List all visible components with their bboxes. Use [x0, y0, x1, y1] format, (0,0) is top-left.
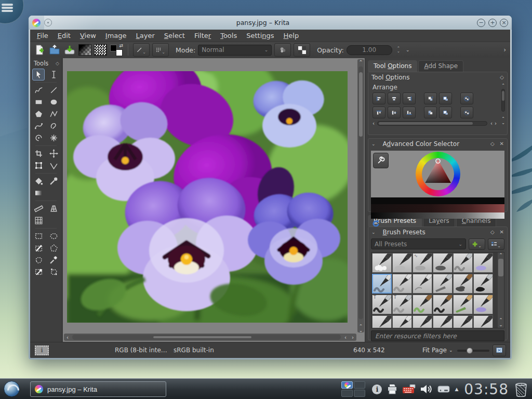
canvas-hscrollbar[interactable]: ‹ ‹ › — [64, 334, 356, 341]
color-bar-black[interactable] — [371, 197, 504, 204]
tool-options-hscrollbar[interactable] — [377, 121, 487, 126]
tool-color-picker-icon[interactable] — [47, 175, 60, 187]
zoom-mode-combo[interactable]: Fit Page ⌄ — [422, 347, 453, 354]
pager-desktop-3[interactable] — [341, 390, 353, 397]
resource-filter-input[interactable] — [371, 330, 504, 341]
color-settings-button[interactable] — [373, 153, 389, 168]
tool-options-vscrollbar[interactable]: ⌃ ⌃⌄ — [501, 84, 506, 125]
open-document-icon[interactable] — [48, 44, 61, 56]
opacity-dropdown-icon[interactable]: ⌄ — [406, 47, 410, 52]
align-bottom-button[interactable] — [403, 107, 416, 118]
info-icon[interactable]: i — [372, 384, 382, 394]
menu-filter[interactable]: Filter — [190, 30, 216, 41]
zoom-slider[interactable] — [457, 350, 489, 352]
brush-preset-2[interactable] — [392, 253, 412, 273]
clock[interactable]: 03:58 — [464, 381, 509, 398]
brush-preset-9[interactable] — [413, 274, 432, 294]
tool-contiguous-select-icon[interactable] — [32, 254, 45, 266]
desktop-pager[interactable] — [341, 381, 365, 397]
bring-front-button[interactable] — [439, 92, 452, 104]
color-selector-area[interactable] — [371, 151, 504, 197]
menu-image[interactable]: Image — [101, 30, 131, 41]
float-docker-icon[interactable]: ◇ — [490, 141, 495, 147]
preserve-alpha-button[interactable] — [294, 43, 310, 57]
tool-polyline-icon[interactable] — [47, 108, 60, 120]
tool-pick-select-icon[interactable] — [32, 266, 45, 278]
brush-preset-11[interactable] — [453, 274, 473, 294]
tool-select-shapes-icon[interactable] — [32, 69, 45, 81]
hue-ring[interactable] — [416, 152, 460, 196]
tool-freehand-path-icon[interactable] — [47, 120, 60, 132]
pager-desktop-4[interactable] — [354, 390, 365, 397]
send-back-button[interactable] — [439, 107, 452, 118]
brush-preset-16[interactable] — [433, 295, 453, 314]
presets-vscrollbar[interactable]: ⌃ ⌃⌄ — [498, 252, 504, 328]
brush-preset-18[interactable] — [473, 295, 493, 314]
menu-settings[interactable]: Settings — [242, 30, 278, 41]
tool-grid-icon[interactable] — [32, 215, 45, 227]
zoom-slider-knob[interactable] — [467, 348, 473, 354]
brush-preset-21[interactable] — [413, 315, 432, 328]
brush-preset-15[interactable] — [413, 295, 432, 314]
tool-polygon-select-icon[interactable] — [47, 242, 60, 254]
blending-mode-combo[interactable]: Normal ⌄ — [198, 45, 272, 56]
ungroup-button[interactable] — [460, 107, 473, 118]
pin-button[interactable] — [44, 19, 52, 26]
close-docker-icon[interactable]: ✕ — [500, 229, 504, 235]
brush-preset-1[interactable] — [372, 253, 392, 273]
plasma-toolbox[interactable] — [0, 0, 24, 24]
minimize-button[interactable]: − — [477, 19, 485, 27]
tab-tool-options[interactable]: Tool Options — [368, 60, 417, 72]
float-docker-icon[interactable]: ◇ — [500, 74, 504, 80]
tool-gradient-icon[interactable] — [32, 187, 45, 199]
menu-file[interactable]: File — [32, 30, 53, 41]
pager-desktop-1[interactable] — [341, 381, 353, 389]
keyboard-icon[interactable] — [403, 384, 416, 394]
display-mode-button[interactable]: ⌄ — [488, 238, 504, 250]
brush-preset-5[interactable] — [453, 253, 473, 273]
align-left-button[interactable] — [373, 92, 385, 104]
scroll-right-icon[interactable]: › — [349, 335, 356, 340]
preset-filter-combo[interactable]: All Presets ⌄ — [371, 238, 466, 249]
color-bar-gray[interactable] — [371, 212, 504, 219]
device-icon[interactable] — [437, 385, 450, 393]
printer-icon[interactable] — [387, 384, 398, 394]
tool-measure-icon[interactable] — [47, 159, 60, 171]
menu-select[interactable]: Select — [159, 30, 190, 41]
tool-ellipse-select-icon[interactable] — [47, 230, 60, 242]
tab-add-shape[interactable]: Add Shape — [418, 60, 463, 72]
add-preset-button[interactable]: ⌄ — [469, 238, 485, 250]
eraser-mode-button[interactable] — [274, 43, 291, 57]
opacity-spin-arrows[interactable]: ⌃⌄ — [397, 47, 400, 53]
tool-fill-icon[interactable] — [32, 175, 45, 187]
float-docker-icon[interactable]: ◇ — [490, 229, 495, 235]
scroll-left2-icon[interactable]: ‹ — [342, 335, 349, 340]
menu-layer[interactable]: Layer — [131, 30, 159, 41]
brush-preset-24[interactable] — [473, 315, 493, 328]
canvas-vscrollbar[interactable]: ⌃ ⌃⌄ — [357, 59, 364, 332]
scroll-arrows[interactable]: ‹› — [490, 121, 499, 126]
gradient-swatch[interactable] — [78, 44, 91, 56]
brush-preset-6[interactable] — [473, 253, 493, 273]
tool-multibrush-icon[interactable] — [47, 132, 60, 144]
brush-presets-button[interactable]: ⌄ — [152, 43, 169, 57]
background-color[interactable] — [116, 49, 123, 56]
tool-freehand-brush-icon[interactable] — [32, 84, 45, 96]
brush-preset-22[interactable] — [433, 315, 453, 328]
tool-crop-icon[interactable] — [32, 148, 45, 159]
align-vcenter-button[interactable] — [388, 107, 401, 118]
close-docker-icon[interactable]: ✕ — [500, 141, 504, 147]
menu-tools[interactable]: Tools — [216, 30, 242, 41]
tool-rectangle-icon[interactable] — [32, 96, 45, 108]
hscroll-thumb[interactable] — [153, 336, 252, 339]
align-top-button[interactable] — [373, 107, 385, 118]
tool-line-icon[interactable] — [47, 84, 60, 96]
tool-rect-select-icon[interactable] — [32, 230, 45, 242]
color-bar-red[interactable] — [371, 204, 504, 212]
canvas-image[interactable] — [67, 71, 348, 323]
brush-preset-12[interactable] — [473, 274, 493, 294]
titlebar[interactable]: pansy.jpg – Krita − + × — [29, 16, 512, 30]
start-menu-button[interactable] — [4, 381, 20, 397]
scroll-up-icon[interactable]: ⌃ — [357, 59, 364, 65]
canvas-only-button[interactable] — [493, 344, 506, 356]
